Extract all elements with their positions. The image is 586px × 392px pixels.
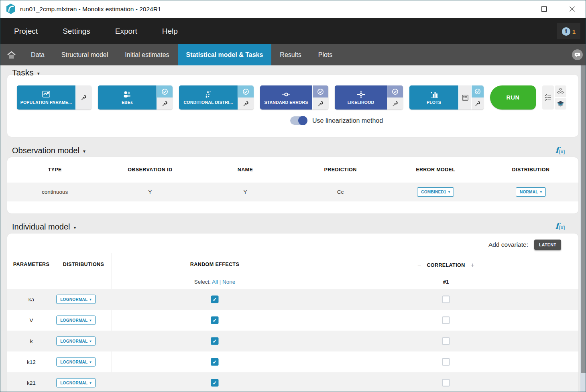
random-effect-checkbox[interactable]: ✓ bbox=[211, 379, 219, 387]
monolix-logo-icon bbox=[5, 3, 16, 14]
menu-help[interactable]: Help bbox=[162, 27, 178, 36]
error-bar-icon bbox=[281, 90, 291, 99]
observation-model-collapse-caret-icon: ▾ bbox=[83, 147, 85, 154]
select-none-link[interactable]: None bbox=[222, 279, 235, 285]
check-circle-icon bbox=[392, 88, 399, 95]
individual-formula-button[interactable]: f(x) bbox=[555, 221, 565, 231]
correlation-checkbox[interactable] bbox=[442, 317, 450, 324]
home-button[interactable] bbox=[0, 44, 22, 65]
task-standard-errors-settings-button[interactable] bbox=[313, 97, 328, 110]
correlation-checkbox[interactable] bbox=[442, 379, 450, 387]
menu-export[interactable]: Export bbox=[115, 27, 137, 36]
distribution-dropdown[interactable]: LOGNORMAL ▾ bbox=[56, 295, 96, 304]
parameter-row-k12: k12 LOGNORMAL ▾ ✓ bbox=[7, 351, 578, 372]
individual-model-section-title[interactable]: Individual model ▾ bbox=[12, 222, 76, 232]
caret-down-icon: ▾ bbox=[448, 190, 450, 194]
observation-formula-button[interactable]: f(x) bbox=[555, 145, 565, 155]
linearization-setting: Use linearization method bbox=[290, 116, 383, 125]
caret-down-icon: ▾ bbox=[90, 319, 91, 322]
correlation-checkbox[interactable] bbox=[442, 296, 450, 303]
linearization-label: Use linearization method bbox=[312, 117, 383, 124]
caret-down-icon: ▾ bbox=[540, 190, 542, 194]
maximize-button[interactable] bbox=[530, 0, 558, 18]
task-likelihood-button[interactable]: LIKELIHOOD bbox=[335, 85, 387, 110]
line-chart-icon bbox=[41, 90, 51, 99]
tab-plots[interactable]: Plots bbox=[310, 44, 341, 65]
select-label: Select: bbox=[194, 279, 211, 285]
tasks-card: POPULATION PARAME... bbox=[7, 75, 578, 137]
menu-project[interactable]: Project bbox=[14, 27, 38, 36]
remove-correlation-button[interactable]: − bbox=[417, 262, 421, 269]
tab-initial-estimates[interactable]: Initial estimates bbox=[116, 44, 177, 65]
task-likelihood-settings-button[interactable] bbox=[387, 97, 403, 110]
select-all-link[interactable]: All bbox=[212, 279, 218, 285]
task-conditional-distribution-enabled-badge bbox=[238, 85, 254, 97]
task-population-parameters-button[interactable]: POPULATION PARAME... bbox=[17, 85, 75, 110]
navigation-tabs: Data Structural model Initial estimates … bbox=[0, 44, 586, 65]
correlation-checkbox[interactable] bbox=[442, 358, 450, 366]
layers-button[interactable] bbox=[555, 98, 566, 110]
linearization-toggle[interactable] bbox=[290, 116, 307, 125]
layers-icon bbox=[557, 100, 564, 107]
vertical-scrollbar[interactable] bbox=[580, 65, 586, 392]
random-effect-checkbox[interactable]: ✓ bbox=[211, 296, 219, 303]
tasks-section-title[interactable]: Tasks ▾ bbox=[12, 68, 40, 77]
task-population-parameters-settings-button[interactable] bbox=[76, 85, 92, 110]
add-correlation-button[interactable]: + bbox=[471, 262, 475, 269]
feedback-button[interactable] bbox=[572, 49, 583, 60]
task-standard-errors-button[interactable]: STANDARD ERRORS bbox=[260, 85, 312, 110]
home-icon bbox=[6, 51, 16, 59]
add-covariate-label: Add covariate: bbox=[488, 241, 528, 248]
tab-structural-model[interactable]: Structural model bbox=[53, 44, 117, 65]
task-conditional-distribution-button[interactable]: CONDITIONAL DISTRI... bbox=[179, 85, 238, 110]
task-population-parameters: POPULATION PARAME... bbox=[17, 85, 92, 110]
task-ebes-button[interactable]: EBEs bbox=[98, 85, 157, 110]
info-icon: i bbox=[562, 27, 570, 36]
task-plots-button[interactable]: PLOTS bbox=[409, 85, 458, 110]
obs-prediction-value: Cc bbox=[293, 189, 388, 195]
close-button[interactable] bbox=[558, 0, 586, 18]
tab-results[interactable]: Results bbox=[271, 44, 309, 65]
error-model-dropdown[interactable]: COMBINED1 ▾ bbox=[417, 187, 454, 197]
scrollbar-thumb[interactable] bbox=[581, 65, 586, 373]
distribution-dropdown[interactable]: LOGNORMAL ▾ bbox=[56, 337, 96, 346]
parameter-row-v: V LOGNORMAL ▾ ✓ bbox=[7, 310, 578, 331]
task-plots-list-button[interactable] bbox=[458, 85, 471, 110]
obs-id-value: Y bbox=[102, 189, 197, 195]
assembly-button[interactable] bbox=[555, 85, 566, 97]
wrench-icon bbox=[474, 100, 481, 107]
tab-data[interactable]: Data bbox=[22, 44, 53, 65]
minimize-button[interactable] bbox=[502, 0, 530, 18]
random-effect-checkbox[interactable]: ✓ bbox=[211, 317, 219, 324]
run-button[interactable]: RUN bbox=[490, 85, 536, 110]
cubes-icon bbox=[557, 88, 564, 95]
task-likelihood: LIKELIHOOD bbox=[335, 85, 403, 110]
task-plots-enabled-badge bbox=[472, 85, 484, 97]
task-conditional-distribution: CONDITIONAL DISTRI... bbox=[179, 85, 254, 110]
individual-model-card: Add covariate: LATENT PARAMETERS DISTRIB… bbox=[7, 234, 578, 392]
distribution-dropdown[interactable]: LOGNORMAL ▾ bbox=[56, 378, 96, 388]
tab-statistical-model-tasks[interactable]: Statistical model & Tasks bbox=[178, 44, 272, 65]
random-effect-checkbox[interactable]: ✓ bbox=[211, 337, 219, 345]
distribution-dropdown[interactable]: NORMAL ▾ bbox=[516, 187, 546, 197]
wrench-icon bbox=[392, 100, 399, 107]
latent-covariate-button[interactable]: LATENT bbox=[534, 240, 561, 250]
random-effect-checkbox[interactable]: ✓ bbox=[211, 358, 219, 366]
distribution-dropdown[interactable]: LOGNORMAL ▾ bbox=[56, 316, 96, 325]
observation-model-card: TYPE OBSERVATION ID NAME PREDICTION ERRO… bbox=[7, 157, 578, 213]
add-covariate-area: Add covariate: LATENT bbox=[488, 240, 561, 250]
task-plots-settings-button[interactable] bbox=[472, 97, 484, 110]
task-conditional-distribution-settings-button[interactable] bbox=[238, 97, 254, 110]
task-likelihood-enabled-badge bbox=[387, 85, 403, 97]
col-error-model: ERROR MODEL bbox=[388, 167, 483, 173]
crosshair-icon bbox=[356, 90, 366, 99]
distribution-dropdown[interactable]: LOGNORMAL ▾ bbox=[56, 357, 96, 367]
correlation-checkbox[interactable] bbox=[442, 337, 450, 345]
notifications-button[interactable]: i 1 bbox=[557, 23, 580, 39]
task-list-button[interactable] bbox=[542, 85, 554, 110]
caret-down-icon: ▾ bbox=[90, 360, 91, 364]
observation-model-section-title[interactable]: Observation model ▾ bbox=[12, 146, 85, 155]
menu-settings[interactable]: Settings bbox=[63, 27, 90, 36]
people-icon bbox=[122, 90, 132, 99]
task-ebes-settings-button[interactable] bbox=[157, 97, 173, 110]
